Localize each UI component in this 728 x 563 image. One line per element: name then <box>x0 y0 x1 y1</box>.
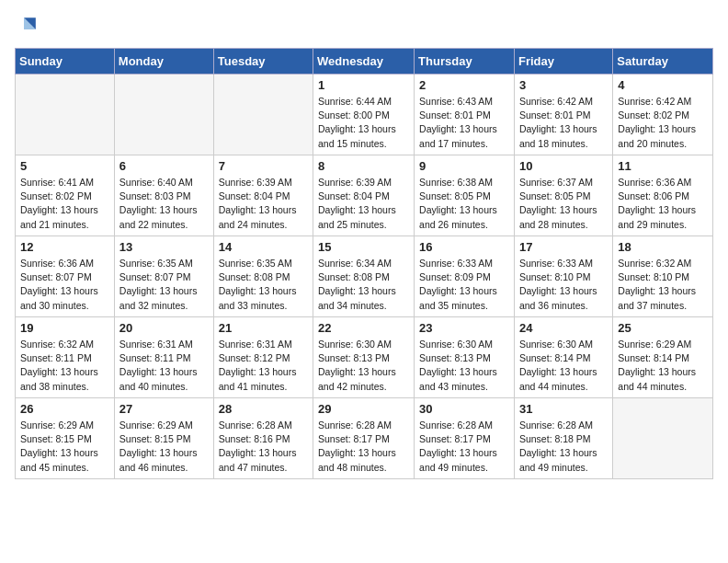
calendar-cell <box>114 75 213 155</box>
cell-info: Sunrise: 6:38 AM Sunset: 8:05 PM Dayligh… <box>419 176 509 232</box>
calendar-cell: 10Sunrise: 6:37 AM Sunset: 8:05 PM Dayli… <box>514 155 612 236</box>
calendar-cell: 1Sunrise: 6:44 AM Sunset: 8:00 PM Daylig… <box>313 75 415 155</box>
calendar-cell: 16Sunrise: 6:33 AM Sunset: 8:09 PM Dayli… <box>415 236 515 317</box>
day-number: 11 <box>618 159 708 173</box>
calendar-week-row: 12Sunrise: 6:36 AM Sunset: 8:07 PM Dayli… <box>16 236 713 317</box>
logo-icon <box>17 15 39 37</box>
cell-info: Sunrise: 6:43 AM Sunset: 8:01 PM Dayligh… <box>419 95 509 151</box>
calendar-cell: 4Sunrise: 6:42 AM Sunset: 8:02 PM Daylig… <box>613 75 713 155</box>
cell-info: Sunrise: 6:44 AM Sunset: 8:00 PM Dayligh… <box>318 95 409 151</box>
day-number: 29 <box>318 402 409 416</box>
calendar-header-row: SundayMondayTuesdayWednesdayThursdayFrid… <box>16 49 713 75</box>
calendar-cell: 14Sunrise: 6:35 AM Sunset: 8:08 PM Dayli… <box>213 236 313 317</box>
calendar-cell: 8Sunrise: 6:39 AM Sunset: 8:04 PM Daylig… <box>313 155 415 236</box>
calendar-cell: 3Sunrise: 6:42 AM Sunset: 8:01 PM Daylig… <box>514 75 612 155</box>
day-number: 1 <box>318 78 409 92</box>
day-header-monday: Monday <box>114 49 213 75</box>
calendar-cell: 28Sunrise: 6:28 AM Sunset: 8:16 PM Dayli… <box>213 398 313 479</box>
day-number: 9 <box>419 159 509 173</box>
calendar-cell: 2Sunrise: 6:43 AM Sunset: 8:01 PM Daylig… <box>415 75 515 155</box>
calendar-cell: 27Sunrise: 6:29 AM Sunset: 8:15 PM Dayli… <box>114 398 213 479</box>
cell-info: Sunrise: 6:41 AM Sunset: 8:02 PM Dayligh… <box>20 176 109 232</box>
cell-info: Sunrise: 6:30 AM Sunset: 8:13 PM Dayligh… <box>419 338 509 394</box>
day-header-saturday: Saturday <box>613 49 713 75</box>
calendar-table: SundayMondayTuesdayWednesdayThursdayFrid… <box>15 48 713 479</box>
cell-info: Sunrise: 6:28 AM Sunset: 8:18 PM Dayligh… <box>519 419 608 475</box>
cell-info: Sunrise: 6:29 AM Sunset: 8:14 PM Dayligh… <box>618 338 708 394</box>
calendar-cell: 18Sunrise: 6:32 AM Sunset: 8:10 PM Dayli… <box>613 236 713 317</box>
day-number: 16 <box>419 240 509 254</box>
day-number: 24 <box>519 321 608 335</box>
calendar-cell: 29Sunrise: 6:28 AM Sunset: 8:17 PM Dayli… <box>313 398 415 479</box>
day-number: 30 <box>419 402 509 416</box>
cell-info: Sunrise: 6:40 AM Sunset: 8:03 PM Dayligh… <box>119 176 209 232</box>
calendar-cell: 15Sunrise: 6:34 AM Sunset: 8:08 PM Dayli… <box>313 236 415 317</box>
cell-info: Sunrise: 6:37 AM Sunset: 8:05 PM Dayligh… <box>519 176 608 232</box>
calendar-cell: 11Sunrise: 6:36 AM Sunset: 8:06 PM Dayli… <box>613 155 713 236</box>
calendar-cell: 23Sunrise: 6:30 AM Sunset: 8:13 PM Dayli… <box>415 317 515 398</box>
day-number: 3 <box>519 78 608 92</box>
day-number: 26 <box>20 402 109 416</box>
day-number: 31 <box>519 402 608 416</box>
calendar-cell: 7Sunrise: 6:39 AM Sunset: 8:04 PM Daylig… <box>213 155 313 236</box>
day-number: 18 <box>618 240 708 254</box>
calendar-cell: 5Sunrise: 6:41 AM Sunset: 8:02 PM Daylig… <box>16 155 115 236</box>
calendar-cell: 30Sunrise: 6:28 AM Sunset: 8:17 PM Dayli… <box>415 398 515 479</box>
cell-info: Sunrise: 6:28 AM Sunset: 8:17 PM Dayligh… <box>318 419 409 475</box>
calendar-cell: 19Sunrise: 6:32 AM Sunset: 8:11 PM Dayli… <box>16 317 115 398</box>
day-number: 25 <box>618 321 708 335</box>
day-number: 21 <box>219 321 308 335</box>
day-number: 6 <box>119 159 209 173</box>
cell-info: Sunrise: 6:35 AM Sunset: 8:08 PM Dayligh… <box>219 257 308 313</box>
cell-info: Sunrise: 6:28 AM Sunset: 8:16 PM Dayligh… <box>219 419 308 475</box>
day-number: 10 <box>519 159 608 173</box>
cell-info: Sunrise: 6:29 AM Sunset: 8:15 PM Dayligh… <box>119 419 209 475</box>
calendar-cell: 6Sunrise: 6:40 AM Sunset: 8:03 PM Daylig… <box>114 155 213 236</box>
cell-info: Sunrise: 6:39 AM Sunset: 8:04 PM Dayligh… <box>219 176 308 232</box>
cell-info: Sunrise: 6:39 AM Sunset: 8:04 PM Dayligh… <box>318 176 409 232</box>
day-header-wednesday: Wednesday <box>313 49 415 75</box>
cell-info: Sunrise: 6:29 AM Sunset: 8:15 PM Dayligh… <box>20 419 109 475</box>
day-number: 22 <box>318 321 409 335</box>
day-header-tuesday: Tuesday <box>213 49 313 75</box>
cell-info: Sunrise: 6:30 AM Sunset: 8:14 PM Dayligh… <box>519 338 608 394</box>
day-number: 23 <box>419 321 509 335</box>
calendar-cell: 12Sunrise: 6:36 AM Sunset: 8:07 PM Dayli… <box>16 236 115 317</box>
calendar-cell: 17Sunrise: 6:33 AM Sunset: 8:10 PM Dayli… <box>514 236 612 317</box>
day-header-sunday: Sunday <box>16 49 115 75</box>
cell-info: Sunrise: 6:36 AM Sunset: 8:06 PM Dayligh… <box>618 176 708 232</box>
calendar-cell <box>16 75 115 155</box>
day-number: 2 <box>419 78 509 92</box>
calendar-week-row: 1Sunrise: 6:44 AM Sunset: 8:00 PM Daylig… <box>16 75 713 155</box>
day-number: 12 <box>20 240 109 254</box>
cell-info: Sunrise: 6:42 AM Sunset: 8:01 PM Dayligh… <box>519 95 608 151</box>
day-number: 8 <box>318 159 409 173</box>
day-number: 19 <box>20 321 109 335</box>
cell-info: Sunrise: 6:35 AM Sunset: 8:07 PM Dayligh… <box>119 257 209 313</box>
calendar-cell: 20Sunrise: 6:31 AM Sunset: 8:11 PM Dayli… <box>114 317 213 398</box>
cell-info: Sunrise: 6:36 AM Sunset: 8:07 PM Dayligh… <box>20 257 109 313</box>
calendar-week-row: 19Sunrise: 6:32 AM Sunset: 8:11 PM Dayli… <box>16 317 713 398</box>
cell-info: Sunrise: 6:30 AM Sunset: 8:13 PM Dayligh… <box>318 338 409 394</box>
day-number: 15 <box>318 240 409 254</box>
day-number: 20 <box>119 321 209 335</box>
calendar-cell: 21Sunrise: 6:31 AM Sunset: 8:12 PM Dayli… <box>213 317 313 398</box>
day-number: 14 <box>219 240 308 254</box>
logo <box>15 15 39 37</box>
calendar-cell: 31Sunrise: 6:28 AM Sunset: 8:18 PM Dayli… <box>514 398 612 479</box>
calendar-cell <box>213 75 313 155</box>
calendar-week-row: 26Sunrise: 6:29 AM Sunset: 8:15 PM Dayli… <box>16 398 713 479</box>
cell-info: Sunrise: 6:31 AM Sunset: 8:12 PM Dayligh… <box>219 338 308 394</box>
calendar-cell: 9Sunrise: 6:38 AM Sunset: 8:05 PM Daylig… <box>415 155 515 236</box>
page-header <box>15 15 713 37</box>
calendar-week-row: 5Sunrise: 6:41 AM Sunset: 8:02 PM Daylig… <box>16 155 713 236</box>
cell-info: Sunrise: 6:33 AM Sunset: 8:09 PM Dayligh… <box>419 257 509 313</box>
day-number: 27 <box>119 402 209 416</box>
calendar-cell: 25Sunrise: 6:29 AM Sunset: 8:14 PM Dayli… <box>613 317 713 398</box>
day-number: 28 <box>219 402 308 416</box>
cell-info: Sunrise: 6:33 AM Sunset: 8:10 PM Dayligh… <box>519 257 608 313</box>
calendar-cell: 22Sunrise: 6:30 AM Sunset: 8:13 PM Dayli… <box>313 317 415 398</box>
cell-info: Sunrise: 6:31 AM Sunset: 8:11 PM Dayligh… <box>119 338 209 394</box>
calendar-cell: 24Sunrise: 6:30 AM Sunset: 8:14 PM Dayli… <box>514 317 612 398</box>
calendar-cell: 26Sunrise: 6:29 AM Sunset: 8:15 PM Dayli… <box>16 398 115 479</box>
